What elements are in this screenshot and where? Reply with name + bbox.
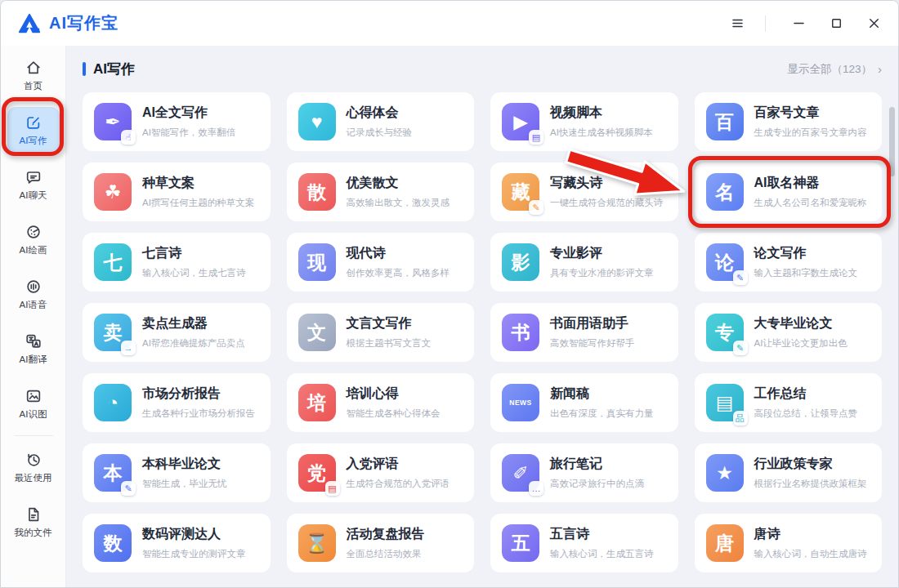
wuyan-poem-icon: 五	[502, 524, 539, 562]
card-acrostic-poem[interactable]: 藏✎ 写藏头诗 一键生成符合规范的藏头诗	[490, 163, 678, 221]
close-button[interactable]	[857, 10, 890, 38]
policy-expert-icon: ★	[706, 454, 744, 492]
titlebar: AI写作宝	[1, 1, 898, 46]
icon-badge: …	[529, 481, 543, 496]
digital-review-icon: 数	[94, 524, 132, 562]
sidebar-item-ai-translate[interactable]: AI翻译	[7, 326, 60, 372]
acrostic-poem-icon: 藏✎	[502, 173, 539, 211]
experience-notes-icon: ♥	[298, 103, 336, 140]
card-tang-poem[interactable]: 唐 唐诗 输入核心词，自动生成唐诗	[695, 514, 883, 572]
card-seeding-copy[interactable]: ☘ 种草文案 AI撰写任何主题的种草文案	[83, 163, 271, 221]
card-college-thesis[interactable]: 专✎ 大专毕业论文 AI让毕业论文更加出色	[695, 303, 883, 362]
card-title: 文言文写作	[347, 315, 432, 332]
logo-area: AI写作宝	[17, 11, 119, 36]
write-icon	[25, 114, 42, 131]
maximize-button[interactable]	[820, 10, 852, 38]
show-all-link[interactable]: 显示全部（123） ›	[787, 62, 882, 77]
card-work-summary[interactable]: ▤品 工作总结 高段位总结，让领导点赞	[695, 373, 883, 432]
card-title: AI全文写作	[142, 105, 235, 122]
sidebar-item-ai-paint[interactable]: AI绘画	[7, 216, 60, 263]
sidebar-item-ai-chat[interactable]: AI聊天	[7, 162, 60, 208]
menu-icon	[730, 16, 745, 31]
card-subtitle: 出色有深度，真实有力量	[550, 408, 654, 420]
card-fulltext-writing[interactable]: ✒☝ AI全文写作 AI智能写作，效率翻倍	[83, 92, 271, 151]
college-thesis-icon: 专✎	[706, 314, 744, 351]
card-market-report[interactable]: ◔ 市场分析报告 生成各种行业市场分析报告	[83, 373, 271, 432]
card-digital-review[interactable]: 数 数码评测达人 智能生成专业的测评文章	[83, 514, 271, 572]
menu-button[interactable]	[721, 10, 754, 38]
card-title: 论文写作	[754, 245, 858, 262]
card-subtitle: AI智能写作，效率翻倍	[142, 127, 235, 139]
thesis-writing-icon: 论✎	[706, 243, 744, 281]
sidebar-item-ai-writing[interactable]: AI写作	[7, 107, 60, 154]
training-notes-icon: 培	[298, 384, 336, 421]
chat-icon	[25, 168, 42, 186]
card-subtitle: 具有专业水准的影评文章	[550, 267, 654, 279]
card-thesis-writing[interactable]: 论✎ 论文写作 输入主题和字数生成论文	[695, 233, 883, 292]
video-script-icon: ▶▤	[502, 103, 539, 140]
icon-badge: →	[121, 341, 136, 355]
sidebar-item-label: AI翻译	[20, 354, 47, 366]
card-film-review[interactable]: 影 专业影评 具有专业水准的影评文章	[490, 233, 678, 292]
card-subtitle: 高效记录旅行中的点滴	[550, 478, 644, 490]
sidebar-item-ai-voice[interactable]: AI语音	[7, 271, 60, 318]
sidebar-item-label: AI语音	[20, 299, 47, 311]
card-travel-notes[interactable]: ✐… 旅行笔记 高效记录旅行中的点滴	[490, 443, 678, 502]
card-formal-writing[interactable]: 书 书面用语助手 高效智能写作好帮手	[490, 303, 678, 362]
market-report-icon: ◔	[94, 384, 132, 421]
card-prose[interactable]: 散 优美散文 高效输出散文，激发灵感	[287, 163, 475, 221]
card-title: 新闻稿	[550, 385, 654, 403]
card-baijiahao-article[interactable]: 百 百家号文章 生成专业的百家号文章内容	[695, 92, 883, 151]
card-policy-expert[interactable]: ★ 行业政策专家 根据行业名称提供政策框架	[695, 443, 883, 502]
baijiahao-article-icon: 百	[706, 103, 744, 140]
card-activity-review[interactable]: ⌛ 活动复盘报告 全面总结活动效果	[287, 514, 475, 572]
sidebar-item-my-files[interactable]: 我的文件	[7, 499, 60, 546]
minimize-button[interactable]	[782, 10, 815, 38]
card-modern-poem[interactable]: 现 现代诗 创作效率更高，风格多样	[287, 233, 475, 292]
card-wuyan-poem[interactable]: 五 五言诗 输入核心词，生成五言诗	[490, 514, 678, 572]
card-title: 数码评测达人	[142, 526, 246, 543]
fulltext-writing-icon: ✒☝	[94, 103, 132, 140]
card-ai-naming[interactable]: 名 AI取名神器 生成人名公司名和爱宠昵称	[695, 163, 883, 221]
card-title: 心得体会	[347, 105, 413, 122]
sidebar-item-home[interactable]: 首页	[7, 52, 60, 99]
classical-chinese-icon: 文	[298, 314, 336, 351]
window-controls	[721, 10, 890, 38]
card-classical-chinese[interactable]: 文 文言文写作 根据主题书写文言文	[287, 303, 475, 362]
card-press-release[interactable]: NEWS 新闻稿 出色有深度，真实有力量	[490, 373, 678, 432]
card-party-review[interactable]: 党▤ 入党评语 生成符合规范的入党评语	[287, 443, 475, 502]
sidebar-divider	[14, 435, 53, 436]
paint-icon	[25, 223, 42, 241]
card-title: 卖点生成器	[142, 315, 245, 332]
icon-badge: ✎	[733, 341, 748, 355]
card-bachelor-thesis[interactable]: 本✎ 本科毕业论文 智能生成，毕业无忧	[83, 443, 271, 502]
sidebar-item-label: 我的文件	[15, 527, 52, 539]
card-title: 书面用语助手	[550, 315, 635, 332]
icon-badge: 品	[733, 411, 748, 425]
card-selling-point[interactable]: 卖→ 卖点生成器 AI帮您准确提炼产品卖点	[83, 303, 271, 362]
card-title: AI取名神器	[754, 175, 867, 192]
card-training-notes[interactable]: 培 培训心得 智能生成各种心得体会	[287, 373, 475, 432]
app-window: AI写作宝 首页 AI写作 AI聊天 AI绘画 AI语音 AI翻译 AI识图 最…	[0, 0, 899, 588]
card-title: 本科毕业论文	[142, 456, 227, 473]
card-subtitle: 生成专业的百家号文章内容	[754, 127, 867, 139]
scrollbar-thumb[interactable]	[889, 107, 895, 176]
card-experience-notes[interactable]: ♥ 心得体会 记录成长与经验	[287, 92, 475, 151]
ai-naming-icon: 名	[706, 173, 744, 211]
icon-badge: ✎	[529, 200, 543, 215]
icon-badge: ▤	[325, 481, 340, 496]
sidebar-item-recent[interactable]: 最近使用	[7, 444, 60, 491]
card-subtitle: AI撰写任何主题的种草文案	[142, 197, 254, 209]
card-title: 种草文案	[142, 175, 254, 192]
card-qiyan-poem[interactable]: 七 七言诗 输入核心词，生成七言诗	[83, 233, 271, 292]
seeding-copy-icon: ☘	[94, 173, 132, 211]
card-video-script[interactable]: ▶▤ 视频脚本 AI快速生成各种视频脚本	[490, 92, 678, 151]
card-subtitle: 输入核心词，自动生成唐诗	[754, 548, 867, 560]
work-summary-icon: ▤品	[706, 384, 744, 421]
main-content: AI写作 显示全部（123） › ✒☝ AI全文写作 AI智能写作，效率翻倍 ♥…	[66, 46, 898, 587]
card-subtitle: AI帮您准确提炼产品卖点	[142, 337, 245, 350]
card-subtitle: 高效智能写作好帮手	[550, 337, 635, 350]
sidebar-item-label: AI识图	[20, 408, 47, 421]
icon-badge: ✎	[733, 270, 748, 285]
sidebar-item-ai-image[interactable]: AI识图	[7, 381, 60, 427]
